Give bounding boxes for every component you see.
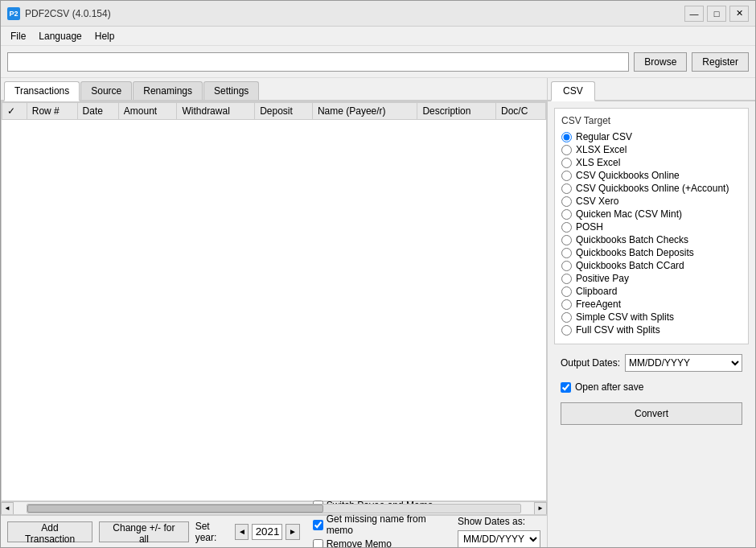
- scroll-right-btn[interactable]: ►: [534, 502, 547, 515]
- tab-csv[interactable]: CSV: [551, 81, 595, 101]
- posh-radio[interactable]: [561, 222, 572, 233]
- tab-source[interactable]: Source: [80, 81, 132, 100]
- col-name: Name (Payee/r): [312, 103, 417, 120]
- menu-help[interactable]: Help: [88, 29, 121, 43]
- dates-area: Show Dates as: MM/DD/YYYY: [458, 516, 540, 548]
- col-description: Description: [417, 103, 496, 120]
- year-next-button[interactable]: ►: [286, 524, 299, 540]
- scrollbar-thumb[interactable]: [27, 505, 323, 513]
- tab-transactions[interactable]: Transactions: [4, 81, 80, 101]
- full-splits-radio[interactable]: [561, 325, 572, 336]
- regular-csv-label: Regular CSV: [576, 131, 632, 142]
- radio-xlsx: XLSX Excel: [561, 144, 742, 155]
- radio-quicken-mac: Quicken Mac (CSV Mint): [561, 208, 742, 220]
- col-row: Row #: [27, 103, 77, 120]
- csv-target-group: CSV Target Regular CSV XLSX Excel XLS Ex…: [554, 108, 749, 344]
- convert-button[interactable]: Convert: [561, 402, 742, 425]
- year-control: Set year: ◄ ►: [195, 521, 300, 543]
- col-withdrawal: Withdrawal: [177, 103, 255, 120]
- remove-memo-label: Remove Memo: [327, 538, 392, 547]
- xls-label: XLS Excel: [576, 157, 620, 168]
- open-after-save-label: Open after save: [575, 381, 643, 393]
- tab-settings[interactable]: Settings: [203, 81, 259, 100]
- browse-button[interactable]: Browse: [634, 52, 687, 72]
- toolbar: Browse Register: [1, 46, 755, 78]
- output-dates-row: Output Dates: MM/DD/YYYY: [561, 354, 742, 372]
- file-path-input[interactable]: [7, 52, 629, 72]
- add-transaction-button[interactable]: Add Transaction: [7, 521, 92, 542]
- radio-qb-ccard: Quickbooks Batch CCard: [561, 260, 742, 271]
- right-tabs: CSV: [548, 78, 755, 101]
- qb-checks-radio[interactable]: [561, 235, 572, 245]
- menu-file[interactable]: File: [4, 29, 32, 43]
- radio-freeagent: FreeAgent: [561, 299, 742, 310]
- radio-positive-pay: Positive Pay: [561, 273, 742, 284]
- transactions-table: ✓ Row # Date Amount Withdrawal Deposit N…: [2, 102, 546, 120]
- radio-clipboard: Clipboard: [561, 286, 742, 297]
- csv-section: CSV Target Regular CSV XLSX Excel XLS Ex…: [548, 101, 755, 547]
- minimize-button[interactable]: —: [684, 6, 704, 22]
- radio-simple-splits: Simple CSV with Splits: [561, 311, 742, 323]
- simple-splits-radio[interactable]: [561, 312, 572, 323]
- checkbox-remove-memo: Remove Memo: [313, 538, 451, 547]
- checkbox-missing-name: Get missing name from memo: [313, 513, 451, 536]
- quicken-mac-label: Quicken Mac (CSV Mint): [576, 208, 682, 220]
- radio-posh: POSH: [561, 221, 742, 233]
- csv-bottom-controls: Output Dates: MM/DD/YYYY Open after save…: [554, 351, 749, 431]
- xlsx-label: XLSX Excel: [576, 144, 627, 155]
- show-dates-select[interactable]: MM/DD/YYYY: [458, 530, 540, 548]
- year-input[interactable]: [252, 524, 282, 540]
- positive-pay-radio[interactable]: [561, 274, 572, 284]
- simple-splits-label: Simple CSV with Splits: [576, 311, 674, 323]
- clipboard-label: Clipboard: [576, 286, 617, 297]
- year-prev-button[interactable]: ◄: [235, 524, 249, 540]
- radio-xls: XLS Excel: [561, 157, 742, 168]
- menu-language[interactable]: Language: [32, 29, 88, 43]
- col-date: Date: [77, 103, 118, 120]
- tab-renamings[interactable]: Renamings: [133, 81, 203, 100]
- clipboard-radio[interactable]: [561, 286, 572, 297]
- xero-radio[interactable]: [561, 196, 572, 207]
- change-sign-button[interactable]: Change +/- for all: [99, 521, 189, 542]
- qb-ccard-radio[interactable]: [561, 261, 572, 271]
- radio-xero: CSV Xero: [561, 196, 742, 207]
- freeagent-radio[interactable]: [561, 299, 572, 310]
- qb-deposits-label: Quickbooks Batch Deposits: [576, 247, 694, 258]
- show-dates-label: Show Dates as:: [458, 516, 525, 527]
- transactions-table-container: ✓ Row # Date Amount Withdrawal Deposit N…: [1, 101, 547, 501]
- open-after-save-row: Open after save: [561, 381, 742, 393]
- qb-ccard-label: Quickbooks Batch CCard: [576, 260, 684, 271]
- quicken-mac-radio[interactable]: [561, 209, 572, 220]
- qbo-account-radio[interactable]: [561, 183, 572, 194]
- qb-checks-label: Quickbooks Batch Checks: [576, 234, 688, 245]
- regular-csv-radio[interactable]: [561, 132, 572, 142]
- left-panel: Transactions Source Renamings Settings ✓…: [1, 78, 548, 547]
- col-doc: Doc/C: [496, 103, 546, 120]
- bottom-bar: Add Transaction Change +/- for all Set y…: [1, 515, 547, 547]
- close-button[interactable]: ✕: [729, 6, 749, 22]
- col-deposit: Deposit: [255, 103, 313, 120]
- open-after-save-checkbox[interactable]: [561, 382, 571, 393]
- freeagent-label: FreeAgent: [576, 299, 621, 310]
- qb-deposits-radio[interactable]: [561, 248, 572, 258]
- full-splits-label: Full CSV with Splits: [576, 324, 660, 336]
- app-icon: P2: [7, 7, 20, 20]
- register-button[interactable]: Register: [692, 52, 749, 72]
- col-check: ✓: [2, 103, 27, 120]
- maximize-button[interactable]: □: [707, 6, 726, 22]
- window-controls: — □ ✕: [684, 6, 749, 22]
- xlsx-radio[interactable]: [561, 145, 572, 155]
- radio-qb-deposits: Quickbooks Batch Deposits: [561, 247, 742, 258]
- output-dates-select[interactable]: MM/DD/YYYY: [625, 354, 742, 372]
- scroll-left-btn[interactable]: ◄: [1, 502, 14, 515]
- radio-qbo: CSV Quickbooks Online: [561, 170, 742, 181]
- remove-memo-checkbox[interactable]: [313, 539, 323, 548]
- bottom-section: Add Transaction Change +/- for all Set y…: [1, 514, 547, 547]
- xls-radio[interactable]: [561, 158, 572, 168]
- qbo-radio[interactable]: [561, 171, 572, 181]
- posh-label: POSH: [576, 221, 603, 233]
- horizontal-scrollbar[interactable]: [27, 504, 521, 513]
- radio-regular-csv: Regular CSV: [561, 131, 742, 142]
- missing-name-checkbox[interactable]: [313, 520, 323, 530]
- window-title: PDF2CSV (4.0.154): [25, 8, 684, 19]
